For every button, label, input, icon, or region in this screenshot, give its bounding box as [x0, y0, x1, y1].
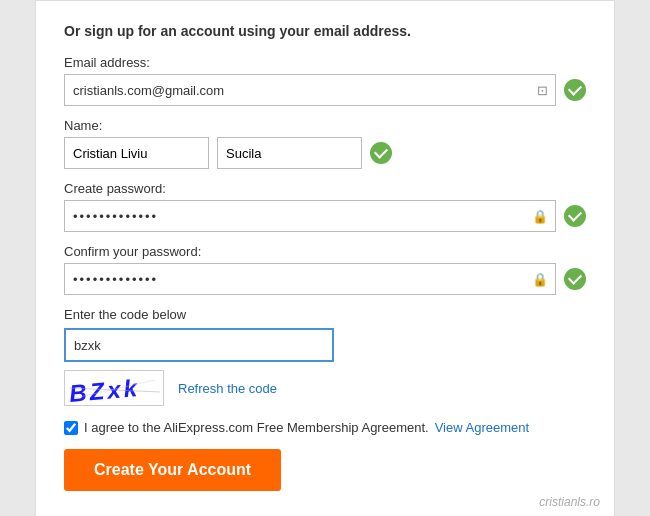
last-name-input[interactable] — [217, 137, 362, 169]
heading: Or sign up for an account using your ema… — [64, 23, 586, 39]
agree-text: I agree to the AliExpress.com Free Membe… — [84, 420, 429, 435]
confirm-show-icon[interactable]: 🔒 — [532, 272, 548, 287]
code-label: Enter the code below — [64, 307, 586, 322]
email-field-group: Email address: ⊡ — [64, 55, 586, 106]
password-show-icon[interactable]: 🔒 — [532, 209, 548, 224]
password-field-group: Create password: 🔒 — [64, 181, 586, 232]
captcha-image: BZxk — [64, 370, 164, 406]
captcha-section: Enter the code below BZxk Refresh the co… — [64, 307, 586, 406]
signup-card: Or sign up for an account using your ema… — [35, 0, 615, 516]
password-label: Create password: — [64, 181, 586, 196]
agree-checkbox[interactable] — [64, 421, 78, 435]
first-name-input[interactable] — [64, 137, 209, 169]
confirm-check-icon — [564, 268, 586, 290]
email-check-icon — [564, 79, 586, 101]
agreement-row: I agree to the AliExpress.com Free Membe… — [64, 420, 586, 435]
confirm-input[interactable] — [64, 263, 556, 295]
password-input[interactable] — [64, 200, 556, 232]
confirm-label: Confirm your password: — [64, 244, 586, 259]
name-label: Name: — [64, 118, 586, 133]
refresh-link[interactable]: Refresh the code — [178, 381, 277, 396]
email-icon: ⊡ — [537, 83, 548, 98]
password-check-icon — [564, 205, 586, 227]
email-input[interactable] — [64, 74, 556, 106]
captcha-row: BZxk Refresh the code — [64, 370, 586, 406]
password-input-wrapper: 🔒 — [64, 200, 556, 232]
name-check-icon — [370, 142, 392, 164]
watermark: cristianls.ro — [539, 495, 600, 509]
code-input[interactable] — [64, 328, 334, 362]
email-label: Email address: — [64, 55, 586, 70]
email-input-wrapper: ⊡ — [64, 74, 556, 106]
view-agreement-link[interactable]: View Agreement — [435, 420, 529, 435]
name-field-group: Name: — [64, 118, 586, 169]
confirm-password-field-group: Confirm your password: 🔒 — [64, 244, 586, 295]
confirm-input-wrapper: 🔒 — [64, 263, 556, 295]
create-account-button[interactable]: Create Your Account — [64, 449, 281, 491]
